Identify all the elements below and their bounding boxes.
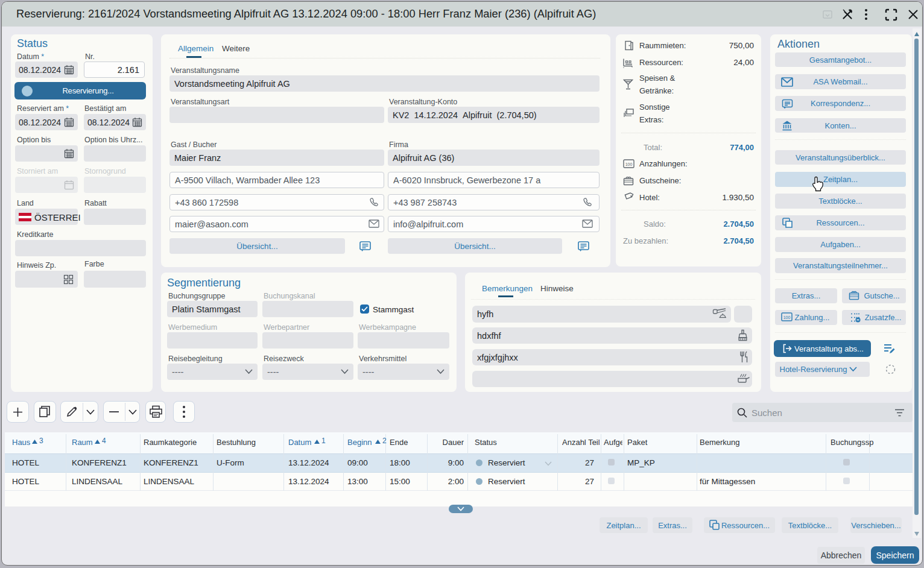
svg-text:100: 100 <box>625 162 633 166</box>
svg-text:100: 100 <box>783 315 791 320</box>
